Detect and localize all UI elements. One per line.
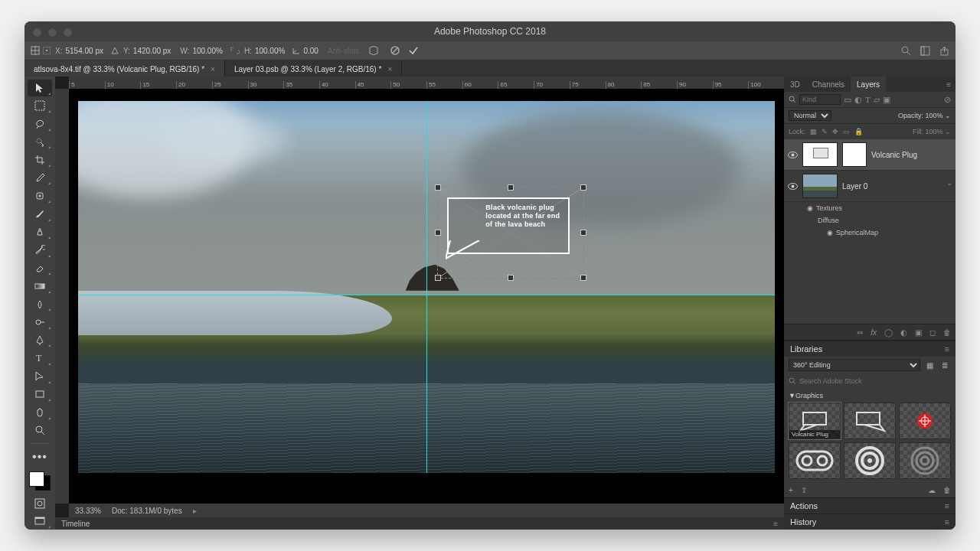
edit-toolbar[interactable]: ••• bbox=[28, 448, 52, 465]
list-view-icon[interactable]: ≣ bbox=[939, 359, 951, 371]
type-tool[interactable]: T bbox=[28, 350, 52, 367]
lock-brush-icon[interactable]: ✎ bbox=[822, 128, 828, 135]
layer-name[interactable]: Volcanic Plug bbox=[871, 151, 952, 159]
vertical-ruler[interactable] bbox=[55, 89, 69, 504]
transform-handle[interactable] bbox=[435, 230, 441, 236]
document-tab[interactable]: Layer 03.psb @ 33.3% (Layer 2, RGB/16) *… bbox=[225, 60, 402, 77]
layer-row[interactable]: Layer 0 ⌃ bbox=[784, 171, 956, 202]
dodge-tool[interactable] bbox=[28, 314, 52, 331]
move-tool[interactable] bbox=[28, 80, 52, 96]
fx-icon[interactable]: fx bbox=[871, 328, 877, 337]
history-brush-tool[interactable] bbox=[28, 242, 52, 259]
filter-image-icon[interactable]: ▭ bbox=[844, 95, 851, 105]
share-icon[interactable] bbox=[939, 46, 949, 56]
warp-icon[interactable] bbox=[368, 45, 379, 56]
transform-handle[interactable] bbox=[508, 275, 514, 281]
zoom-window-icon[interactable] bbox=[63, 28, 73, 37]
layer-sub-item[interactable]: Diffuse bbox=[784, 214, 956, 227]
rectangle-tool[interactable] bbox=[28, 386, 52, 403]
cancel-icon[interactable] bbox=[390, 45, 400, 56]
lock-artboard-icon[interactable]: ▭ bbox=[843, 128, 850, 135]
link-icon[interactable] bbox=[230, 47, 240, 54]
callout-graphic[interactable]: Black volcanic plug located at the far e… bbox=[447, 197, 570, 260]
panel-menu-icon[interactable]: ≡ bbox=[942, 77, 956, 92]
visibility-icon[interactable] bbox=[787, 152, 798, 158]
transform-handle[interactable] bbox=[580, 230, 586, 236]
h-value[interactable]: 100.00% bbox=[255, 47, 285, 55]
close-window-icon[interactable] bbox=[32, 28, 42, 37]
angle-value[interactable]: 0.00 bbox=[303, 47, 318, 55]
screen-mode-icon[interactable] bbox=[28, 513, 52, 530]
libraries-panel-header[interactable]: Libraries≡ bbox=[784, 341, 956, 357]
pen-tool[interactable] bbox=[28, 332, 52, 349]
upload-icon[interactable]: ⇪ bbox=[801, 486, 807, 494]
trash-icon[interactable]: 🗑 bbox=[943, 486, 951, 494]
layer-sub-item[interactable]: ◉SphericalMap bbox=[784, 227, 956, 239]
quick-select-tool[interactable] bbox=[28, 134, 52, 151]
marquee-tool[interactable] bbox=[28, 98, 52, 115]
lasso-tool[interactable] bbox=[28, 116, 52, 132]
brush-tool[interactable] bbox=[28, 206, 52, 223]
layer-row[interactable]: Volcanic Plug bbox=[784, 139, 956, 171]
transform-handle[interactable] bbox=[435, 275, 441, 281]
commit-icon[interactable] bbox=[408, 45, 419, 56]
layer-mask-thumbnail[interactable] bbox=[842, 142, 867, 167]
chevron-right-icon[interactable]: ▸ bbox=[193, 507, 197, 515]
search-icon[interactable] bbox=[789, 96, 796, 103]
library-item[interactable] bbox=[899, 442, 951, 479]
fill-value[interactable]: 100% bbox=[925, 128, 942, 135]
layer-sub-item[interactable]: ◉Textures bbox=[784, 202, 956, 214]
canvas[interactable]: Black volcanic plug located at the far e… bbox=[69, 89, 784, 504]
lock-all-icon[interactable]: 🔒 bbox=[854, 128, 863, 135]
zoom-tool[interactable] bbox=[28, 422, 52, 439]
x-value[interactable]: 5154.00 px bbox=[65, 47, 103, 55]
guide-vertical[interactable] bbox=[426, 101, 427, 473]
transform-handle[interactable] bbox=[508, 184, 514, 191]
filter-shape-icon[interactable]: ▱ bbox=[874, 95, 880, 105]
gradient-tool[interactable] bbox=[28, 278, 52, 295]
tab-3d[interactable]: 3D bbox=[784, 77, 806, 92]
triangle-icon[interactable] bbox=[111, 47, 119, 54]
hand-tool[interactable] bbox=[28, 404, 52, 421]
visibility-icon[interactable] bbox=[787, 183, 798, 190]
eyedropper-tool[interactable] bbox=[28, 170, 52, 187]
eraser-tool[interactable] bbox=[28, 260, 52, 277]
panel-menu-icon[interactable]: ≡ bbox=[945, 344, 949, 354]
group-icon[interactable]: ▣ bbox=[915, 328, 922, 337]
healing-brush-tool[interactable] bbox=[28, 187, 52, 204]
doc-size[interactable]: Doc: 183.1M/0 bytes bbox=[112, 507, 182, 515]
layer-thumbnail[interactable] bbox=[802, 174, 838, 198]
history-panel-header[interactable]: History≡ bbox=[784, 514, 956, 530]
panel-menu-icon[interactable]: ≡ bbox=[945, 517, 949, 527]
tab-channels[interactable]: Channels bbox=[806, 77, 851, 92]
close-icon[interactable]: × bbox=[211, 65, 215, 73]
bottom-panel-bar[interactable]: Timeline ≡ bbox=[55, 517, 784, 530]
library-item[interactable] bbox=[844, 403, 896, 439]
mask-icon[interactable]: ◯ bbox=[884, 328, 893, 337]
color-swatches[interactable] bbox=[29, 471, 51, 491]
filter-toggle-icon[interactable]: ⊘ bbox=[944, 95, 951, 105]
library-group-header[interactable]: ▼ Graphics bbox=[784, 389, 956, 403]
layer-thumbnail[interactable] bbox=[802, 142, 838, 167]
transform-handle[interactable] bbox=[435, 184, 441, 191]
library-item[interactable] bbox=[844, 442, 896, 479]
chevron-down-icon[interactable]: ⌃ bbox=[946, 182, 952, 191]
horizontal-ruler[interactable]: 5101520253035404550556065707580859095100 bbox=[69, 77, 784, 89]
timeline-tab[interactable]: Timeline bbox=[61, 520, 90, 528]
frame-icon[interactable] bbox=[920, 46, 930, 56]
tab-layers[interactable]: Layers bbox=[851, 77, 886, 92]
actions-panel-header[interactable]: Actions≡ bbox=[784, 497, 956, 514]
zoom-level[interactable]: 33.33% bbox=[75, 507, 101, 515]
w-value[interactable]: 100.00% bbox=[192, 47, 222, 55]
visibility-icon[interactable]: ◉ bbox=[827, 229, 833, 236]
library-select[interactable]: 360° Editing bbox=[789, 359, 920, 371]
cloud-icon[interactable]: ☁ bbox=[928, 486, 936, 494]
transform-handle[interactable] bbox=[580, 275, 586, 281]
trash-icon[interactable]: 🗑 bbox=[943, 328, 951, 337]
panel-menu-icon[interactable]: ≡ bbox=[945, 501, 949, 510]
guide-horizontal[interactable] bbox=[78, 295, 775, 295]
layer-filter-input[interactable] bbox=[799, 94, 841, 105]
reference-point-icon[interactable] bbox=[43, 47, 51, 54]
filter-adjust-icon[interactable]: ◐ bbox=[854, 95, 862, 105]
visibility-icon[interactable]: ◉ bbox=[807, 204, 813, 212]
